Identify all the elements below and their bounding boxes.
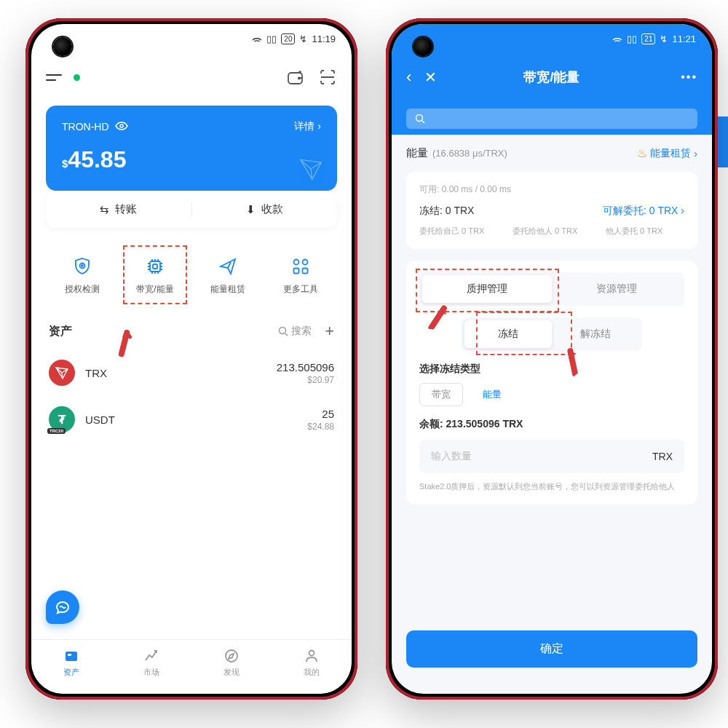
nav-icon <box>143 647 160 665</box>
available-text: 可用: 0.00 ms / 0.00 ms <box>419 183 684 196</box>
grid-icon <box>290 256 312 277</box>
svg-rect-10 <box>303 269 308 274</box>
signal-icons <box>252 34 262 43</box>
energy-lease-link[interactable]: ♨ 能量租赁 › <box>637 146 697 160</box>
status-bar: ▯▯ 21 ↯ 11:21 <box>392 24 712 53</box>
top-toolbar <box>31 53 352 101</box>
search-assets[interactable]: 搜索 <box>278 325 312 338</box>
svg-rect-13 <box>68 654 71 656</box>
asset-usd: $24.88 <box>307 422 334 432</box>
seg-freeze[interactable]: 冻结 <box>464 320 552 348</box>
asset-amount: 213.505096 <box>277 361 334 373</box>
tool-chip[interactable]: 带宽/能量 <box>119 256 191 296</box>
signal-icons <box>612 34 622 43</box>
svg-point-7 <box>294 260 299 265</box>
svg-point-2 <box>120 124 123 127</box>
tool-grid[interactable]: 更多工具 <box>264 256 337 296</box>
nav-发现[interactable]: 发现 <box>191 647 272 678</box>
svg-point-8 <box>303 260 308 265</box>
svg-point-15 <box>309 651 314 656</box>
page-title: 带宽/能量 <box>392 68 712 86</box>
receive-icon: ⬇ <box>246 203 256 216</box>
pill-energy[interactable]: 能量 <box>470 383 514 406</box>
vibrate-icon: ▯▯ <box>266 33 277 44</box>
receive-button[interactable]: ⬇ 收款 <box>192 202 338 216</box>
search-input[interactable] <box>406 108 697 129</box>
fire-icon: ♨ <box>637 146 647 160</box>
frozen-amount: 冻结: 0 TRX <box>419 205 474 218</box>
phone-left: ▯▯ 20 ↯ 11:19 TRON-HD 详情 › $45.85 ⇆ 转账 ⬇… <box>25 18 357 700</box>
annotation-highlight <box>123 245 187 304</box>
svg-rect-9 <box>294 269 299 274</box>
network-status-dot <box>74 74 80 81</box>
menu-icon[interactable] <box>46 74 62 81</box>
card-action-bar: ⇆ 转账 ⬇ 收款 <box>46 191 337 228</box>
battery-icon: 20 <box>281 33 295 44</box>
asset-row[interactable]: ₮TRC20USDT25$24.88 <box>31 396 352 443</box>
status-time: 11:19 <box>312 33 336 44</box>
amount-input[interactable]: 输入数量 TRX <box>419 440 684 473</box>
asset-symbol: TRX <box>85 367 266 379</box>
asset-symbol: USDT <box>85 414 297 426</box>
nav-资产[interactable]: 资产 <box>31 647 111 678</box>
shield-icon <box>71 256 93 277</box>
delegate-other: 委托给他人 0 TRX <box>513 225 591 237</box>
camera-hole <box>414 37 432 56</box>
fab-chat[interactable] <box>46 590 79 624</box>
scan-icon[interactable] <box>318 68 337 87</box>
svg-point-11 <box>280 328 286 334</box>
asset-row[interactable]: TRX213.505096$20.97 <box>31 349 352 396</box>
stake-form-card: 质押管理 资源管理 冻结 解冻结 选择冻结类型 带宽 能量 余额: 213.50… <box>406 261 697 505</box>
vibrate-icon: ▯▯ <box>627 33 637 44</box>
balance-label: 余额: 213.505096 TRX <box>419 418 684 431</box>
nav-icon <box>63 647 80 665</box>
nav-icon <box>223 647 240 665</box>
other-delegate: 他人委托 0 TRX <box>606 225 684 237</box>
energy-status-card: 可用: 0.00 ms / 0.00 ms 冻结: 0 TRX 可解委托: 0 … <box>406 172 697 249</box>
camera-hole <box>53 37 72 56</box>
stake-hint: Stake2.0质押后，资源默认到您当前账号，您可以到资源管理委托给他人 <box>419 480 684 494</box>
confirm-button[interactable]: 确定 <box>406 630 697 668</box>
delegate-self: 委托给自己 0 TRX <box>419 225 498 237</box>
trx-icon <box>49 360 75 386</box>
tool-send[interactable]: 能量租赁 <box>191 256 264 296</box>
energy-rate: (16.6838 μs/TRX) <box>432 148 507 159</box>
wallet-detail-link[interactable]: 详情 › <box>294 120 321 133</box>
transfer-icon: ⇆ <box>100 203 109 216</box>
nav-icon <box>303 647 320 665</box>
wallet-balance: $45.85 <box>62 146 321 173</box>
seg-resource-mgmt[interactable]: 资源管理 <box>552 275 681 303</box>
blue-header: ▯▯ 21 ↯ 11:21 ‹ ✕ 带宽/能量 ••• <box>392 24 712 135</box>
delegatable-link[interactable]: 可解委托: 0 TRX › <box>603 205 684 218</box>
wallet-name: TRON-HD <box>62 121 109 132</box>
status-time: 11:21 <box>672 33 696 44</box>
svg-point-1 <box>298 77 300 79</box>
nav-市场[interactable]: 市场 <box>111 647 191 678</box>
nav-我的[interactable]: 我的 <box>272 647 352 678</box>
svg-point-16 <box>416 115 423 122</box>
eye-icon[interactable] <box>115 121 128 132</box>
battery-icon: 21 <box>641 33 655 44</box>
pill-bandwidth[interactable]: 带宽 <box>419 383 463 406</box>
freeze-segment: 冻结 解冻结 <box>462 317 642 351</box>
svg-rect-12 <box>66 652 77 661</box>
add-asset-button[interactable]: + <box>325 322 334 341</box>
tron-logo <box>298 156 324 182</box>
phone-right: ▯▯ 21 ↯ 11:21 ‹ ✕ 带宽/能量 ••• 能量 (16.6838 … <box>386 18 718 700</box>
tools-grid: 授权检测带宽/能量能量租赁更多工具 <box>46 244 337 307</box>
svg-point-4 <box>82 265 83 266</box>
wallet-card[interactable]: TRON-HD 详情 › $45.85 <box>46 106 337 191</box>
seg-stake-mgmt[interactable]: 质押管理 <box>422 275 552 303</box>
tool-label: 授权检测 <box>65 283 100 296</box>
bottom-nav: 资产市场发现我的 <box>31 639 352 694</box>
asset-usd: $20.97 <box>277 375 334 385</box>
asset-amount: 25 <box>307 408 334 420</box>
status-bar: ▯▯ 20 ↯ 11:19 <box>31 24 352 53</box>
wallet-add-icon[interactable] <box>286 68 305 87</box>
tool-shield[interactable]: 授权检测 <box>46 256 119 296</box>
send-icon <box>217 256 239 277</box>
mgmt-segment: 质押管理 资源管理 <box>419 272 684 306</box>
transfer-button[interactable]: ⇆ 转账 <box>46 202 191 216</box>
freeze-type-label: 选择冻结类型 <box>419 363 684 376</box>
seg-unfreeze[interactable]: 解冻结 <box>552 320 639 348</box>
